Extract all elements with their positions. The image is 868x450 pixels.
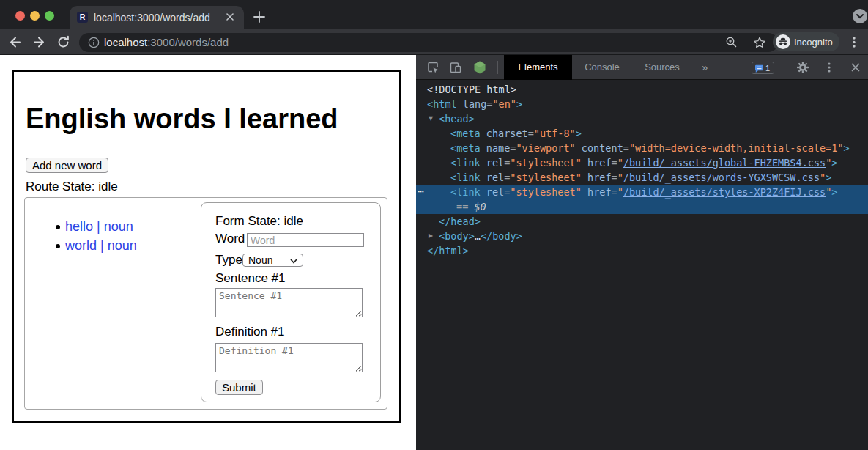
definition-label: Definition #1 [215, 325, 285, 339]
incognito-badge: Incognito [773, 32, 839, 51]
more-tabs-button[interactable]: » [702, 55, 708, 80]
address-bar: localhost:3000/words/add Incognito [0, 29, 868, 55]
issues-bubble-icon [754, 64, 764, 73]
code-line[interactable]: <link rel="stylesheet" href="/build/_ass… [416, 170, 868, 185]
page-title: English words I learned [26, 105, 338, 133]
node-extension-icon[interactable] [472, 60, 487, 75]
browser-window: R localhost:3000/words/add localhost:300… [0, 0, 868, 450]
code-line[interactable]: <html lang="en"> [416, 97, 868, 111]
browser-tab[interactable]: R localhost:3000/words/add [70, 6, 244, 29]
word-link[interactable]: world | noun [65, 238, 137, 253]
devtools-close-icon[interactable] [850, 62, 861, 73]
reload-button[interactable] [56, 35, 70, 49]
menu-icon[interactable] [848, 35, 860, 49]
collapse-arrow-icon[interactable]: ▶ [429, 229, 433, 243]
word-list-item: world | noun [56, 236, 137, 255]
device-toolbar-icon[interactable] [449, 61, 462, 74]
traffic-light-close[interactable] [15, 11, 25, 21]
devtools-tab-elements[interactable]: Elements [504, 55, 572, 80]
form-state-text: Form State: idle [215, 214, 303, 229]
resize-handle-icon[interactable] [355, 309, 363, 317]
back-button[interactable] [8, 35, 22, 49]
inspect-element-icon[interactable] [426, 61, 439, 74]
traffic-light-minimize[interactable] [30, 11, 40, 21]
word-input[interactable] [247, 233, 364, 247]
type-select[interactable]: Noun [242, 254, 303, 267]
traffic-light-zoom[interactable] [45, 11, 54, 21]
word-list-item: hello | noun [56, 217, 137, 236]
definition-textarea[interactable] [215, 343, 363, 372]
select-chevron-icon [290, 259, 297, 264]
type-label: Type [215, 253, 242, 268]
devtools-menu-icon[interactable] [826, 61, 833, 74]
web-page: English words I learned Add new word Rou… [0, 55, 416, 450]
submit-button[interactable]: Submit [215, 380, 263, 395]
issues-count: 1 [765, 64, 770, 73]
sentence-label: Sentence #1 [215, 271, 285, 286]
issues-counter[interactable]: 1 [752, 62, 774, 74]
code-line[interactable]: <link rel="stylesheet" href="/build/_ass… [416, 155, 868, 170]
devtools-dom-tree: <!DOCTYPE html><html lang="en">▼<head><m… [416, 82, 868, 258]
bookmark-star-icon[interactable] [753, 36, 766, 49]
code-line[interactable]: </html> [416, 243, 868, 258]
url-bar[interactable]: localhost:3000/words/add [79, 33, 778, 52]
type-select-value: Noun [248, 254, 272, 266]
word-link[interactable]: hello | noun [65, 219, 133, 234]
code-line[interactable]: == $0 [416, 199, 868, 214]
code-line[interactable]: <meta name="viewport" content="width=dev… [416, 141, 868, 155]
incognito-label: Incognito [794, 37, 833, 48]
add-word-form: Form State: idle Word Type Noun Sentence… [201, 202, 381, 402]
devtools-toolbar: ElementsConsoleSources » 1 [416, 55, 868, 80]
tab-search-button[interactable] [853, 9, 867, 23]
toolbar-separator [497, 61, 498, 74]
settings-gear-icon[interactable] [796, 61, 809, 74]
new-tab-button[interactable] [252, 10, 267, 24]
info-icon[interactable] [88, 37, 100, 48]
sentence-textarea[interactable] [215, 288, 363, 317]
page-container: English words I learned Add new word Rou… [12, 70, 401, 423]
chevron-down-icon [853, 9, 867, 23]
code-line[interactable]: <meta charset="utf-8"> [416, 126, 868, 141]
resize-handle-icon[interactable] [355, 364, 363, 372]
tab-title: localhost:3000/words/add [94, 12, 210, 23]
incognito-icon [776, 34, 790, 49]
zoom-icon[interactable] [725, 36, 738, 48]
add-new-word-button[interactable]: Add new word [26, 158, 108, 173]
word-list: hello | nounworld | noun [56, 217, 137, 255]
route-state-text: Route State: idle [26, 180, 118, 194]
devtools-tab-console[interactable]: Console [572, 55, 632, 80]
code-line[interactable]: </head> [416, 214, 868, 229]
toolbar-separator [779, 61, 779, 74]
forward-button[interactable] [32, 35, 46, 49]
remix-favicon-icon: R [77, 12, 88, 23]
code-line[interactable]: ▶<body>…</body> [416, 229, 868, 243]
tab-strip: R localhost:3000/words/add [0, 0, 868, 29]
expand-arrow-icon[interactable]: ▼ [429, 111, 433, 126]
words-panel: hello | nounworld | noun Form State: idl… [24, 197, 387, 410]
code-line[interactable]: ⋯<link rel="stylesheet" href="/build/_as… [416, 185, 868, 199]
devtools-panel: ElementsConsoleSources » 1 <!DOCTYPE htm… [416, 55, 868, 450]
line-overflow-dots[interactable]: ⋯ [418, 184, 424, 199]
code-line[interactable]: <!DOCTYPE html> [416, 82, 868, 97]
tab-close-icon[interactable] [222, 9, 238, 25]
url-text: localhost:3000/words/add [104, 36, 229, 48]
devtools-tab-sources[interactable]: Sources [632, 55, 692, 80]
word-label: Word [215, 232, 245, 246]
code-line[interactable]: ▼<head> [416, 111, 868, 126]
